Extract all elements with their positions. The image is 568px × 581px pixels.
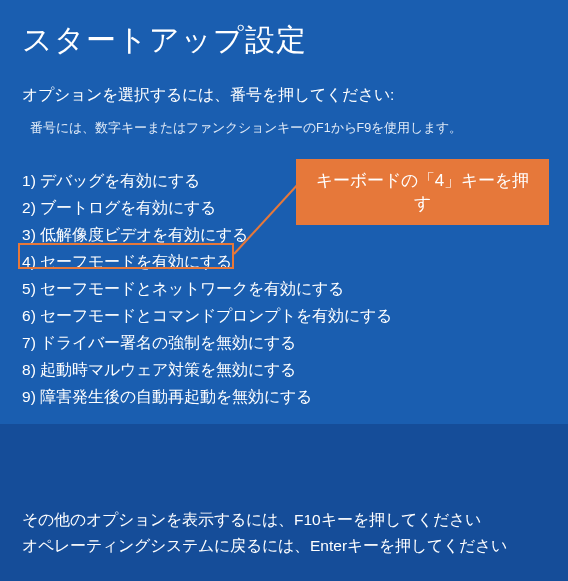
option-1[interactable]: 1) デバッグを有効にする	[22, 167, 568, 194]
footer: その他のオプションを表示するには、F10キーを押してください オペレーティングシ…	[22, 507, 507, 559]
footer-line-2: オペレーティングシステムに戻るには、Enterキーを押してください	[22, 533, 507, 559]
option-6[interactable]: 6) セーフモードとコマンドプロンプトを有効にする	[22, 302, 568, 329]
option-9[interactable]: 9) 障害発生後の自動再起動を無効にする	[22, 383, 568, 410]
option-4[interactable]: 4) セーフモードを有効にする	[22, 248, 568, 275]
option-5[interactable]: 5) セーフモードとネットワークを有効にする	[22, 275, 568, 302]
option-8[interactable]: 8) 起動時マルウェア対策を無効にする	[22, 356, 568, 383]
option-3[interactable]: 3) 低解像度ビデオを有効にする	[22, 221, 568, 248]
options-list: 1) デバッグを有効にする 2) ブートログを有効にする 3) 低解像度ビデオを…	[0, 137, 568, 410]
hint-text: 番号には、数字キーまたはファンクションキーのF1からF9を使用します。	[0, 106, 568, 137]
page-title: スタートアップ設定	[0, 0, 568, 61]
footer-line-1: その他のオプションを表示するには、F10キーを押してください	[22, 507, 507, 533]
option-2[interactable]: 2) ブートログを有効にする	[22, 194, 568, 221]
option-7[interactable]: 7) ドライバー署名の強制を無効にする	[22, 329, 568, 356]
instruction-text: オプションを選択するには、番号を押してください:	[0, 61, 568, 106]
